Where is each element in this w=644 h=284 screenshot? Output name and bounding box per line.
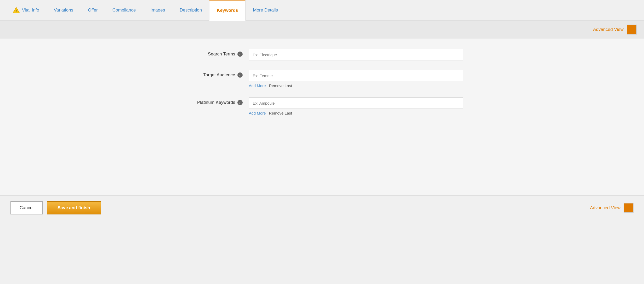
- target-audience-label: Target Audience i: [181, 70, 249, 78]
- advanced-view-label-top: Advanced View: [593, 27, 624, 32]
- tab-offer[interactable]: Offer: [81, 0, 105, 21]
- platinum-keywords-inputs: Add More Remove Last: [249, 97, 463, 115]
- tab-description[interactable]: Description: [172, 0, 209, 21]
- platinum-keywords-row: Platinum Keywords i Add More Remove Last: [181, 97, 463, 115]
- platinum-keywords-remove-last[interactable]: Remove Last: [269, 111, 292, 115]
- bottom-bar: Cancel Save and finish Advanced View: [0, 195, 644, 220]
- tab-keywords[interactable]: Keywords: [209, 0, 246, 21]
- tab-more-details[interactable]: More Details: [246, 0, 285, 21]
- target-audience-input[interactable]: [249, 70, 463, 81]
- search-terms-label: Search Terms i: [181, 49, 249, 57]
- platinum-keywords-label: Platinum Keywords i: [181, 97, 249, 105]
- search-terms-input[interactable]: [249, 49, 463, 60]
- platinum-keywords-add-more[interactable]: Add More: [249, 111, 266, 115]
- tab-compliance[interactable]: Compliance: [105, 0, 143, 21]
- advanced-view-label-bottom: Advanced View: [590, 205, 620, 211]
- advanced-view-toggle-top[interactable]: [627, 25, 637, 35]
- bottom-left-buttons: Cancel Save and finish: [10, 201, 101, 214]
- warning-icon: !: [13, 7, 20, 14]
- tab-variations[interactable]: Variations: [47, 0, 81, 21]
- tab-navigation: ! Vital Info Variations Offer Compliance…: [0, 0, 644, 21]
- search-terms-inputs: [249, 49, 463, 60]
- platinum-keywords-actions: Add More Remove Last: [249, 111, 463, 115]
- target-audience-remove-last[interactable]: Remove Last: [269, 83, 292, 88]
- main-content: Search Terms i Target Audience i Add Mor…: [0, 38, 644, 195]
- target-audience-inputs: Add More Remove Last: [249, 70, 463, 88]
- platinum-keywords-input[interactable]: [249, 97, 463, 109]
- target-audience-info-icon[interactable]: i: [237, 72, 243, 78]
- form-section: Search Terms i Target Audience i Add Mor…: [165, 49, 479, 115]
- cancel-button[interactable]: Cancel: [10, 201, 43, 214]
- target-audience-actions: Add More Remove Last: [249, 83, 463, 88]
- advanced-view-toggle-bottom[interactable]: [624, 203, 634, 213]
- svg-text:!: !: [16, 9, 17, 13]
- bottom-right-advanced: Advanced View: [590, 203, 634, 213]
- tab-images[interactable]: Images: [143, 0, 172, 21]
- save-finish-button[interactable]: Save and finish: [47, 201, 101, 214]
- target-audience-add-more[interactable]: Add More: [249, 83, 266, 88]
- search-terms-row: Search Terms i: [181, 49, 463, 60]
- search-terms-info-icon[interactable]: i: [237, 52, 243, 57]
- advanced-view-bar-top: Advanced View: [0, 21, 644, 38]
- target-audience-row: Target Audience i Add More Remove Last: [181, 70, 463, 88]
- tab-vital-info[interactable]: ! Vital Info: [5, 0, 47, 21]
- platinum-keywords-info-icon[interactable]: i: [237, 100, 243, 105]
